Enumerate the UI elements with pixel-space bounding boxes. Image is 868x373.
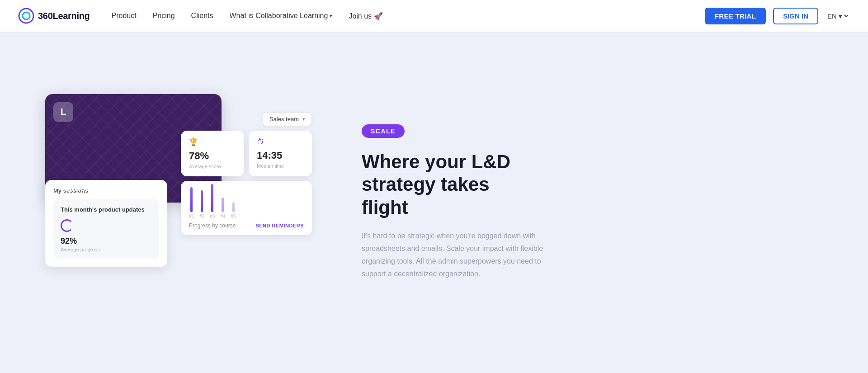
logo-icon: [18, 8, 34, 24]
bar-col-5: #5: [231, 202, 236, 219]
bar-label-4: #4: [220, 214, 225, 219]
stat-value-time: 14:35: [257, 150, 304, 161]
bar-label-1: #1: [189, 214, 194, 219]
language-selector[interactable]: EN ▾ FR: [826, 12, 850, 20]
session-item: This month's product updates 92% Average…: [53, 199, 159, 259]
svg-point-1: [23, 12, 30, 19]
card-title: Product Trainings: [54, 183, 212, 194]
time-icon: ⏱: [257, 138, 304, 146]
hero-description: It's hard to be strategic when you're bo…: [362, 230, 561, 280]
progress-circle: [61, 219, 73, 232]
score-icon: 🏆: [189, 138, 236, 146]
team-dropdown[interactable]: Sales team ▾: [263, 112, 312, 126]
session-percent: 92%: [61, 236, 152, 246]
svg-point-0: [19, 9, 33, 23]
logo-text: 360Learning: [38, 11, 90, 21]
send-reminders-button[interactable]: SEND REMINDERS: [255, 223, 304, 228]
bar-col-2: #2: [199, 190, 204, 219]
nav-join-us[interactable]: Join us 🚀: [349, 12, 382, 20]
bar-col-4: #4: [220, 198, 225, 219]
navbar: 360Learning Product Pricing Clients What…: [0, 0, 868, 32]
stat-label-score: Average score: [189, 164, 236, 169]
sign-in-button[interactable]: SIGN IN: [773, 8, 818, 24]
scale-badge: SCALE: [362, 124, 405, 138]
bar-5: [232, 202, 235, 212]
chevron-down-icon: ▾: [302, 116, 305, 122]
dropdown-label: Sales team: [269, 116, 299, 123]
nav-product[interactable]: Product: [112, 12, 137, 20]
stat-label-time: Median time: [257, 163, 304, 169]
nav-menu: Product Pricing Clients What is Collabor…: [112, 12, 705, 20]
navbar-actions: FREE TRIAL SIGN IN EN ▾ FR: [705, 8, 850, 24]
hero-section: L Product Trainings My sessions This mon…: [0, 32, 868, 373]
stats-area: Sales team ▾ 🏆 78% Average score ⏱ 14:35…: [181, 112, 312, 235]
card-avatar: L: [53, 102, 73, 122]
free-trial-button[interactable]: FREE TRIAL: [705, 8, 766, 24]
dropdown-row: Sales team ▾: [181, 112, 312, 126]
progress-card-title: Progress by course: [189, 222, 236, 229]
mockup-area: L Product Trainings My sessions This mon…: [45, 94, 326, 311]
session-item-name: This month's product updates: [61, 206, 152, 214]
bar-label-2: #2: [199, 214, 204, 219]
hero-text: SCALE Where your L&D strategy takes flig…: [362, 124, 588, 280]
stat-card-time: ⏱ 14:35 Median time: [249, 131, 312, 176]
stat-card-score: 🏆 78% Average score: [181, 131, 244, 176]
progress-card-footer: Progress by course SEND REMINDERS: [189, 222, 304, 229]
logo[interactable]: 360Learning: [18, 8, 90, 24]
session-label: Average progress: [61, 247, 152, 252]
nav-collaborative-learning[interactable]: What is Collaborative Learning ▾: [229, 12, 332, 20]
bar-label-3: #3: [210, 214, 215, 219]
nav-clients[interactable]: Clients: [191, 12, 213, 20]
bar-2: [201, 190, 203, 212]
nav-pricing[interactable]: Pricing: [153, 12, 175, 20]
hero-heading: Where your L&D strategy takes flight: [362, 151, 588, 219]
bar-label-5: #5: [231, 214, 236, 219]
chevron-down-icon: ▾: [330, 13, 332, 19]
bar-4: [222, 198, 224, 212]
stats-row: 🏆 78% Average score ⏱ 14:35 Median time: [181, 131, 312, 176]
stat-value-score: 78%: [189, 150, 236, 162]
